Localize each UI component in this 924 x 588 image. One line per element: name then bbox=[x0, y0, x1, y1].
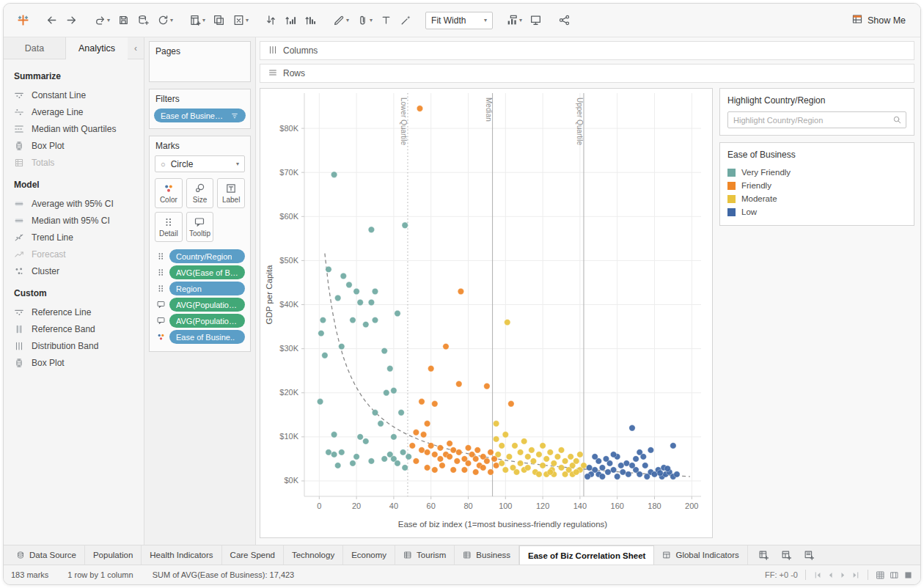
data-point[interactable] bbox=[473, 456, 479, 462]
mark-type-dropdown[interactable]: ○ Circle ▾ bbox=[155, 155, 245, 172]
data-point[interactable] bbox=[368, 458, 374, 464]
analytics-item-distribution-band[interactable]: Distribution Band bbox=[4, 337, 144, 354]
data-point[interactable] bbox=[586, 465, 592, 471]
data-point[interactable] bbox=[465, 460, 471, 466]
sidebar-collapse-button[interactable]: ‹ bbox=[128, 43, 144, 54]
data-point[interactable] bbox=[454, 458, 460, 464]
marks-button-label[interactable]: Label bbox=[217, 178, 245, 208]
data-point[interactable] bbox=[584, 474, 590, 479]
save-button[interactable] bbox=[114, 10, 133, 30]
data-point[interactable] bbox=[395, 310, 400, 316]
data-point[interactable] bbox=[339, 343, 345, 349]
data-point[interactable] bbox=[554, 454, 560, 460]
data-point[interactable] bbox=[502, 467, 508, 473]
data-point[interactable] bbox=[456, 381, 462, 387]
data-point[interactable] bbox=[456, 449, 462, 455]
data-point[interactable] bbox=[581, 463, 587, 468]
data-point[interactable] bbox=[432, 401, 438, 407]
fix-axes-button[interactable] bbox=[397, 10, 415, 30]
data-point[interactable] bbox=[610, 467, 616, 473]
data-point[interactable] bbox=[626, 471, 631, 477]
data-point[interactable] bbox=[432, 467, 438, 473]
data-point[interactable] bbox=[353, 288, 359, 294]
sheet-tab-economy[interactable]: Economy bbox=[343, 545, 395, 565]
data-point[interactable] bbox=[513, 469, 519, 475]
data-point[interactable] bbox=[508, 401, 514, 407]
analytics-item-reference-line[interactable]: Reference Line bbox=[4, 304, 144, 320]
data-point[interactable] bbox=[372, 317, 378, 323]
sort-descending-button[interactable] bbox=[301, 10, 320, 30]
sheet-tab-health-indicators[interactable]: Health Indicators bbox=[142, 545, 221, 565]
data-point[interactable] bbox=[536, 452, 542, 457]
data-point[interactable] bbox=[339, 449, 345, 455]
data-point[interactable] bbox=[381, 348, 387, 353]
legend-item-very-friendly[interactable]: Very Friendly bbox=[727, 166, 906, 179]
swap-rows-columns-button[interactable] bbox=[262, 10, 280, 30]
back-arrow-button[interactable] bbox=[43, 10, 61, 30]
data-point[interactable] bbox=[620, 469, 626, 475]
pill-avg-ease-of-busi[interactable]: AVG(Ease of Busi.. bbox=[169, 265, 245, 279]
data-point[interactable] bbox=[525, 454, 531, 460]
data-point[interactable] bbox=[432, 452, 438, 457]
data-point[interactable] bbox=[493, 421, 499, 427]
data-point[interactable] bbox=[447, 441, 452, 446]
new-dashboard-tab-button[interactable] bbox=[775, 545, 798, 565]
data-point[interactable] bbox=[353, 454, 359, 460]
data-point[interactable] bbox=[517, 460, 523, 466]
data-point[interactable] bbox=[378, 421, 384, 427]
share-button[interactable] bbox=[555, 10, 573, 30]
data-point[interactable] bbox=[664, 466, 670, 471]
data-point[interactable] bbox=[368, 299, 374, 305]
data-point[interactable] bbox=[424, 421, 430, 427]
data-point[interactable] bbox=[640, 454, 646, 460]
data-point[interactable] bbox=[521, 438, 527, 444]
highlight-pen-button[interactable]: ▾ bbox=[330, 10, 352, 30]
pill-ease-of-busine[interactable]: Ease of Busine.. bbox=[169, 330, 245, 344]
data-point[interactable] bbox=[603, 456, 609, 462]
data-point[interactable] bbox=[331, 452, 337, 457]
data-point[interactable] bbox=[562, 458, 568, 464]
data-point[interactable] bbox=[320, 317, 326, 323]
data-point[interactable] bbox=[502, 432, 508, 438]
data-point[interactable] bbox=[447, 454, 452, 460]
data-point[interactable] bbox=[419, 399, 425, 405]
data-point[interactable] bbox=[419, 447, 425, 453]
data-point[interactable] bbox=[670, 443, 676, 449]
data-point[interactable] bbox=[372, 410, 378, 416]
data-point[interactable] bbox=[450, 447, 456, 453]
tab-analytics[interactable]: Analytics bbox=[65, 37, 128, 59]
data-point[interactable] bbox=[443, 343, 449, 349]
pill-region[interactable]: Region bbox=[169, 282, 245, 295]
data-point[interactable] bbox=[420, 432, 426, 438]
data-point[interactable] bbox=[505, 319, 510, 325]
highlight-search-input[interactable] bbox=[727, 111, 906, 128]
show-mark-labels-button[interactable]: ▾ bbox=[503, 10, 525, 30]
data-point[interactable] bbox=[547, 469, 553, 475]
data-point[interactable] bbox=[573, 458, 579, 464]
data-point[interactable] bbox=[530, 458, 536, 464]
sheet-tab-ease-of-biz-correlation-sheet[interactable]: Ease of Biz Correlation Sheet bbox=[519, 545, 654, 565]
analytics-item-average-line[interactable]: Average Line bbox=[4, 103, 144, 120]
show-me-button[interactable]: Show Me bbox=[847, 10, 910, 30]
data-point[interactable] bbox=[618, 463, 624, 468]
data-point[interactable] bbox=[363, 438, 369, 444]
data-point[interactable] bbox=[350, 460, 356, 466]
data-point[interactable] bbox=[529, 447, 535, 453]
data-point[interactable] bbox=[648, 447, 653, 453]
data-point[interactable] bbox=[484, 458, 490, 464]
data-point[interactable] bbox=[599, 474, 605, 479]
data-point[interactable] bbox=[623, 460, 629, 466]
data-point[interactable] bbox=[506, 454, 512, 460]
data-point[interactable] bbox=[318, 330, 324, 336]
data-point[interactable] bbox=[417, 106, 422, 111]
pill-avg-population[interactable]: AVG(Population ... bbox=[169, 314, 245, 328]
pill-avg-population[interactable]: AVG(Population .. bbox=[169, 298, 245, 312]
data-point[interactable] bbox=[484, 383, 490, 389]
data-point[interactable] bbox=[488, 469, 494, 475]
data-point[interactable] bbox=[437, 445, 443, 451]
data-point[interactable] bbox=[629, 425, 635, 431]
data-point[interactable] bbox=[413, 430, 419, 436]
legend-item-friendly[interactable]: Friendly bbox=[727, 179, 906, 192]
data-point[interactable] bbox=[384, 390, 389, 396]
data-point[interactable] bbox=[493, 463, 499, 468]
